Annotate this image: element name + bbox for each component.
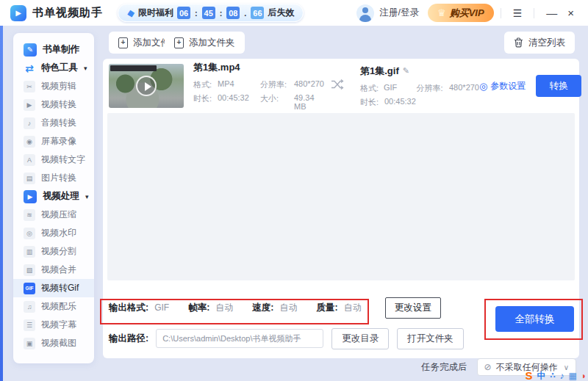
- countdown-hours: 06: [177, 7, 190, 19]
- sidebar-item-label: 视频转换: [41, 98, 76, 111]
- fps-value: 自动: [215, 302, 233, 314]
- sidebar-item-video-split[interactable]: ▥ 视频分割: [13, 242, 94, 261]
- sidebar-item-video-music[interactable]: ♫ 视频配乐: [13, 297, 94, 316]
- change-directory-button[interactable]: 更改目录: [331, 328, 389, 349]
- resolution-label: 分辨率:: [260, 79, 294, 90]
- sidebar-item-label: 屏幕录像: [41, 135, 76, 148]
- buy-vip-label: 购买VIP: [450, 7, 484, 20]
- duration-label: 时长:: [193, 93, 218, 111]
- titlebar-divider: [501, 8, 501, 18]
- speed-value: 自动: [280, 302, 298, 314]
- window-left-edge: [0, 26, 3, 381]
- minimize-icon[interactable]: —: [541, 7, 562, 19]
- params-settings-label: 参数设置: [490, 80, 526, 92]
- promo-suffix: 后失效: [268, 7, 294, 19]
- sidebar-item-video-to-text[interactable]: A 视频转文字: [13, 150, 94, 169]
- promo-countdown-banner[interactable]: ◆ 限时福利 06 : 45 : 08 . 66 后失效: [118, 4, 304, 22]
- sidebar-group-video-process[interactable]: ▶ 视频处理 ▾: [13, 187, 94, 206]
- user-avatar[interactable]: [356, 4, 374, 22]
- crown-icon: ♛: [437, 7, 446, 18]
- punctuation-icon[interactable]: ∴: [550, 371, 555, 381]
- image-icon: ▤: [24, 173, 35, 184]
- sidebar-item-video-merge[interactable]: ▧ 视频合并: [13, 261, 94, 279]
- music-icon: ♫: [24, 301, 35, 313]
- target-format-value: GIF: [384, 83, 417, 94]
- clear-list-label: 清空列表: [528, 37, 565, 49]
- sidebar-item-audio-convert[interactable]: ♪ 音频转换: [13, 114, 94, 132]
- convert-arrow-icon: [331, 79, 344, 92]
- play-icon: [136, 76, 157, 96]
- sidebar-group-label: 视频处理: [43, 190, 79, 203]
- sidebar-item-video-convert[interactable]: ▶ 视频转换: [13, 95, 94, 114]
- microphone-icon[interactable]: ♪: [559, 371, 564, 381]
- keyboard-icon[interactable]: ▦: [568, 371, 576, 381]
- sidebar-group-label: 特色工具: [41, 62, 78, 74]
- watermark-icon: ◎: [24, 228, 35, 239]
- video-thumbnail[interactable]: [109, 64, 184, 108]
- sidebar-item-label: 视频分割: [41, 245, 76, 258]
- clear-list-button[interactable]: 清空列表: [504, 32, 575, 54]
- sidebar-item-book-make[interactable]: ✎ 书单制作: [13, 40, 94, 59]
- sidebar: ✎ 书单制作 ⇄ 特色工具 ▾ ✂ 视频剪辑 ▶ 视频转换 ♪ 音频转换 ◉: [13, 33, 94, 363]
- sidebar-item-screen-record[interactable]: ◉ 屏幕录像: [13, 132, 94, 150]
- app-window: ▶ 书单视频助手 ◆ 限时福利 06 : 45 : 08 . 66 后失效 注册…: [0, 0, 588, 381]
- buy-vip-button[interactable]: ♛ 购买VIP: [428, 4, 494, 22]
- sidebar-item-image-convert[interactable]: ▤ 图片转换: [13, 169, 94, 187]
- subtitle-icon: ☰: [24, 319, 35, 331]
- countdown-minutes: 45: [202, 7, 215, 19]
- countdown-seconds: 08: [226, 7, 240, 19]
- sidebar-item-label: 视频截图: [41, 337, 76, 349]
- edit-name-icon[interactable]: ✎: [403, 66, 409, 76]
- trash-icon: [514, 37, 523, 48]
- gear-icon: ◎: [479, 81, 487, 92]
- source-format-value: MP4: [218, 79, 260, 90]
- diamond-icon: ◆: [126, 7, 136, 19]
- after-task-label: 任务完成后: [421, 361, 467, 374]
- promo-label: 限时福利: [138, 7, 173, 19]
- countdown-centiseconds: 66: [251, 7, 264, 19]
- open-folder-button[interactable]: 打开文件夹: [397, 328, 464, 349]
- format-label: 格式:: [360, 83, 384, 94]
- params-settings-link[interactable]: ◎ 参数设置: [479, 80, 526, 92]
- titlebar-divider: [534, 8, 534, 18]
- sidebar-item-label: 图片转换: [41, 172, 76, 184]
- record-icon: ◉: [24, 136, 35, 148]
- target-file-info: 第1集.gif ✎ 格式: GIF 分辨率: 480*270 时长: 00:45…: [360, 65, 479, 108]
- login-register-link[interactable]: 注册/登录: [380, 7, 419, 19]
- sidebar-item-label: 书单制作: [43, 43, 79, 56]
- add-folder-button[interactable]: 添加文件夹: [165, 32, 245, 54]
- source-resolution-value: 480*270: [294, 79, 324, 90]
- change-settings-button[interactable]: 更改设置: [385, 297, 441, 319]
- menu-icon[interactable]: ☰: [508, 7, 528, 19]
- add-folder-icon: [174, 37, 184, 48]
- convert-button[interactable]: 转换: [536, 75, 581, 97]
- chevron-down-icon: ▾: [84, 65, 87, 72]
- file-list-empty-area: [107, 113, 575, 280]
- convert-all-button[interactable]: 全部转换: [495, 306, 574, 332]
- sogou-icon[interactable]: S: [525, 371, 532, 381]
- sidebar-item-label: 视频配乐: [41, 300, 76, 313]
- text-icon: A: [24, 154, 35, 166]
- source-size-value: 49.34 MB: [294, 93, 324, 111]
- target-resolution-value: 480*270: [449, 83, 479, 94]
- sidebar-item-video-compress[interactable]: ≋ 视频压缩: [13, 206, 94, 224]
- output-format-value: GIF: [154, 302, 169, 313]
- sidebar-item-label: 视频合并: [41, 264, 76, 276]
- sidebar-item-video-to-gif[interactable]: GIF 视频转Gif: [13, 279, 94, 297]
- sidebar-group-feature-tools[interactable]: ⇄ 特色工具 ▾: [13, 59, 94, 77]
- sidebar-item-video-cut[interactable]: ✂ 视频剪辑: [13, 77, 94, 95]
- chevron-down-icon: ▾: [85, 193, 89, 200]
- toolbox-icon[interactable]: ◗: [581, 371, 587, 381]
- chinese-mode-icon[interactable]: 中: [537, 371, 545, 381]
- close-icon[interactable]: ×: [562, 7, 579, 19]
- sidebar-item-video-subtitle[interactable]: ☰ 视频字幕: [13, 316, 94, 334]
- quality-value: 自动: [344, 302, 362, 314]
- output-path-label: 输出路径:: [109, 333, 148, 345]
- sidebar-item-video-snapshot[interactable]: ▣ 视频截图: [13, 334, 94, 352]
- sidebar-item-video-watermark[interactable]: ◎ 视频水印: [13, 224, 94, 242]
- output-path-input[interactable]: [156, 329, 323, 348]
- countdown-separator: .: [244, 9, 246, 18]
- compress-icon: ≋: [24, 209, 35, 221]
- file-row: 第1集.mp4 格式: MP4 分辨率: 480*270 时长: 00:45:3…: [103, 59, 579, 113]
- audio-icon: ♪: [24, 117, 35, 129]
